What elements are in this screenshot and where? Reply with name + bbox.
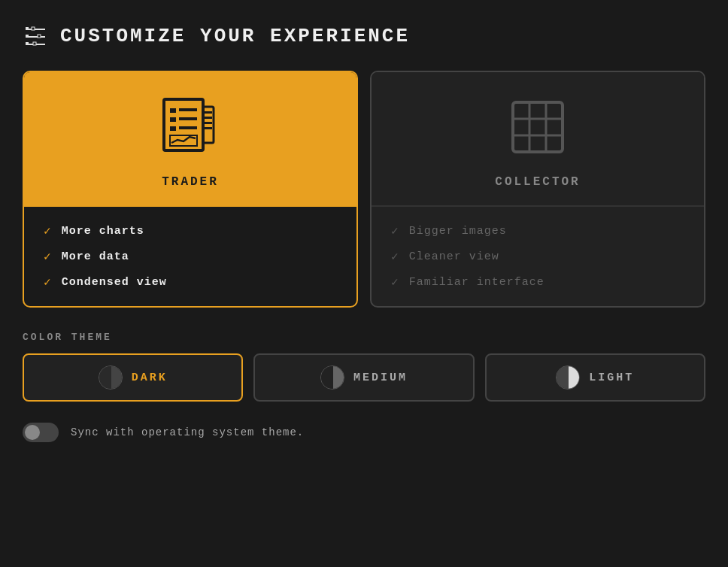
svg-rect-0 (26, 27, 29, 30)
svg-rect-7 (38, 35, 41, 38)
sync-toggle[interactable] (23, 423, 59, 442)
collector-feature-3: ✓ Familiar interface (391, 274, 684, 290)
trader-check-3: ✓ (44, 274, 51, 290)
trader-feature-3: ✓ Condensed view (44, 274, 337, 290)
trader-card-features: ✓ More charts ✓ More data ✓ Condensed vi… (24, 205, 356, 306)
header: CUSTOMIZE YOUR EXPERIENCE (23, 23, 705, 50)
collector-card[interactable]: COLLECTOR ✓ Bigger images ✓ Cleaner view… (370, 71, 705, 308)
theme-dark-button[interactable]: DARK (23, 353, 243, 402)
svg-rect-1 (29, 29, 45, 30)
svg-rect-5 (29, 44, 45, 45)
sync-text: Sync with operating system theme. (71, 426, 304, 438)
theme-light-button[interactable]: LIGHT (485, 353, 705, 402)
trader-card-label: TRADER (162, 175, 219, 189)
svg-rect-21 (205, 127, 212, 129)
trader-feature-1: ✓ More charts (44, 223, 337, 238)
svg-rect-19 (205, 117, 212, 119)
theme-medium-label: MEDIUM (353, 371, 408, 384)
collector-feature-2: ✓ Cleaner view (391, 249, 684, 264)
svg-rect-18 (205, 111, 212, 114)
toggle-knob (25, 425, 40, 440)
svg-rect-31 (557, 366, 569, 390)
svg-rect-3 (29, 36, 45, 38)
svg-rect-27 (99, 366, 111, 390)
collector-card-label: COLLECTOR (495, 175, 580, 189)
color-theme-section: COLOR THEME DARK (23, 332, 705, 402)
cards-row: TRADER ✓ More charts ✓ More data ✓ Conde… (23, 71, 705, 308)
svg-rect-2 (26, 35, 29, 38)
trader-feature-2: ✓ More data (44, 249, 337, 264)
trader-feature-text-3: Condensed view (62, 276, 167, 289)
svg-rect-10 (170, 108, 176, 113)
medium-theme-circle (320, 365, 344, 390)
svg-rect-4 (26, 42, 29, 45)
collector-feature-text-2: Cleaner view (409, 250, 499, 263)
collector-card-features: ✓ Bigger images ✓ Cleaner view ✓ Familia… (372, 205, 704, 306)
trader-card[interactable]: TRADER ✓ More charts ✓ More data ✓ Conde… (23, 71, 358, 308)
customize-icon (23, 23, 50, 50)
svg-rect-11 (179, 108, 197, 111)
trader-feature-text-2: More data (62, 250, 129, 263)
svg-rect-15 (179, 126, 197, 129)
trader-check-1: ✓ (44, 223, 51, 238)
svg-rect-20 (205, 122, 212, 124)
svg-rect-6 (32, 27, 35, 30)
svg-rect-12 (170, 117, 176, 122)
svg-rect-30 (333, 366, 344, 390)
trader-check-2: ✓ (44, 249, 51, 264)
page-title: CUSTOMIZE YOUR EXPERIENCE (60, 25, 410, 47)
collector-icon (504, 93, 572, 165)
svg-rect-13 (179, 117, 197, 120)
collector-check-1: ✓ (391, 223, 399, 238)
collector-feature-text-3: Familiar interface (409, 276, 544, 289)
page-container: CUSTOMIZE YOUR EXPERIENCE (0, 0, 728, 567)
svg-rect-14 (170, 126, 176, 131)
trader-icon (156, 93, 224, 165)
trader-card-top: TRADER (24, 72, 356, 205)
light-theme-circle (556, 365, 580, 390)
trader-feature-text-1: More charts (62, 225, 144, 238)
svg-rect-22 (513, 102, 563, 152)
svg-rect-29 (321, 366, 333, 390)
sync-row: Sync with operating system theme. (23, 423, 705, 442)
theme-light-label: LIGHT (589, 371, 634, 384)
collector-check-3: ✓ (391, 274, 399, 290)
svg-rect-32 (569, 366, 580, 390)
color-theme-label: COLOR THEME (23, 332, 705, 343)
collector-card-top: COLLECTOR (372, 72, 704, 205)
theme-row: DARK MEDIUM (23, 353, 705, 402)
dark-theme-circle (99, 365, 123, 390)
svg-rect-28 (111, 366, 123, 390)
theme-medium-button[interactable]: MEDIUM (253, 353, 474, 402)
theme-dark-label: DARK (132, 371, 168, 384)
collector-feature-1: ✓ Bigger images (391, 223, 684, 238)
collector-check-2: ✓ (391, 249, 399, 264)
collector-feature-text-1: Bigger images (409, 225, 507, 238)
svg-rect-8 (33, 42, 36, 45)
